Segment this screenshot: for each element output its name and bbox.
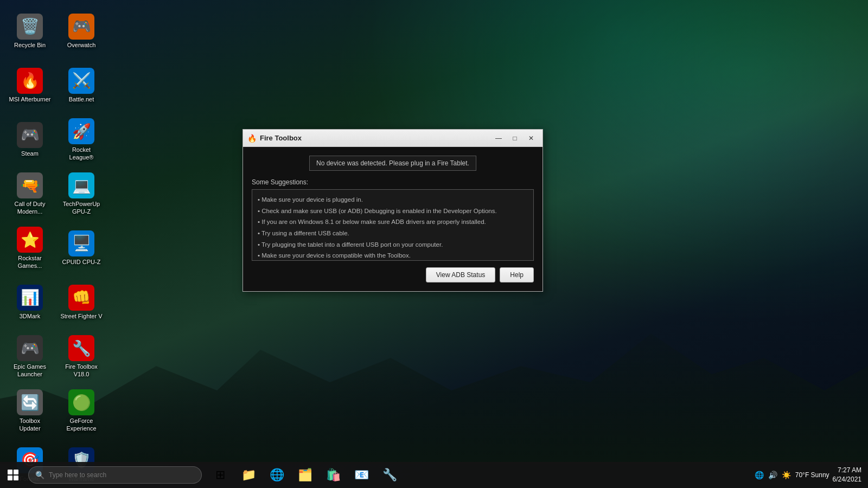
toolbox-updater-label: Toolbox Updater bbox=[9, 418, 51, 432]
network-icon: 🌐 bbox=[755, 471, 764, 479]
suggestions-list: • Make sure your device is plugged in.• … bbox=[258, 194, 528, 261]
suggestion-item: • Check and make sure USB (or ADB) Debug… bbox=[258, 206, 528, 217]
volume-icon: 🔊 bbox=[768, 471, 777, 479]
geforce-icon: 🟢 bbox=[68, 389, 94, 415]
fire-toolbox-window: 🔥 Fire Toolbox — □ ✕ No device was detec… bbox=[242, 129, 543, 292]
window-controls: — □ ✕ bbox=[492, 132, 538, 144]
suggestion-item: • Make sure your device is plugged in. bbox=[258, 194, 528, 206]
weather-icon: ☀️ bbox=[782, 471, 791, 479]
desktop-icon-call-of-duty[interactable]: 🔫 Call of Duty Modern... bbox=[5, 168, 54, 220]
suggestions-label: Some Suggestions: bbox=[252, 178, 534, 186]
desktop-icon-battlenet[interactable]: ⚔️ Battle.net bbox=[57, 60, 106, 111]
toolbox-updater-icon: 🔄 bbox=[17, 389, 43, 415]
rockstar-icon: ⭐ bbox=[17, 227, 43, 253]
clock-date: 6/24/2021 bbox=[833, 475, 861, 484]
recycle-bin-icon: 🗑️ bbox=[17, 14, 43, 40]
window-titlebar: 🔥 Fire Toolbox — □ ✕ bbox=[243, 130, 542, 147]
close-button[interactable]: ✕ bbox=[524, 132, 538, 144]
mountains-bg bbox=[0, 301, 868, 464]
msi-afterburner-icon: 🔥 bbox=[17, 68, 43, 94]
desktop-icons: 🗑️ Recycle Bin 🎮 Overwatch 🔥 MSI Afterbu… bbox=[0, 0, 130, 423]
search-icon: 🔍 bbox=[35, 471, 44, 479]
suggestion-item: • If you are on Windows 8.1 or below mak… bbox=[258, 216, 528, 228]
desktop-icon-overwatch[interactable]: 🎮 Overwatch bbox=[57, 5, 106, 57]
street-fighter-label: Street Fighter V bbox=[60, 313, 102, 320]
suggestions-box[interactable]: • Make sure your device is plugged in.• … bbox=[252, 189, 534, 261]
msi-afterburner-label: MSI Afterburner bbox=[9, 96, 50, 103]
window-title-text: Fire Toolbox bbox=[260, 134, 492, 142]
rockstar-label: Rockstar Games... bbox=[9, 255, 51, 269]
taskbar-right-area: 🌐 🔊 ☀️ 70°F Sunny 7:27 AM 6/24/2021 bbox=[755, 466, 868, 484]
call-of-duty-label: Call of Duty Modern... bbox=[9, 201, 51, 215]
overwatch-icon: 🎮 bbox=[68, 14, 94, 40]
street-fighter-icon: 👊 bbox=[68, 285, 94, 311]
desktop-icon-cpuid[interactable]: 🖥️ CPUID CPU-Z bbox=[57, 222, 106, 274]
maximize-button[interactable]: □ bbox=[508, 132, 522, 144]
search-input[interactable] bbox=[49, 471, 195, 479]
start-button[interactable] bbox=[0, 462, 26, 488]
suggestion-item: • Try plugging the tablet into a differe… bbox=[258, 239, 528, 251]
steam-icon: 🎮 bbox=[17, 122, 43, 148]
cpuid-icon: 🖥️ bbox=[68, 230, 94, 256]
desktop-icon-msi-afterburner[interactable]: 🔥 MSI Afterburner bbox=[5, 60, 54, 111]
taskbar-search-box[interactable]: 🔍 bbox=[28, 466, 202, 484]
rocket-league-icon: 🚀 bbox=[68, 118, 94, 144]
techpowerup-icon: 💻 bbox=[68, 172, 94, 198]
fire-toolbox-label: Fire Toolbox V18.0 bbox=[60, 363, 103, 377]
taskbar-app-icons: ⊞📁🌐🗂️🛍️📧🔧 bbox=[208, 463, 401, 487]
system-tray: 🌐 🔊 ☀️ 70°F Sunny bbox=[755, 471, 829, 479]
taskbar-file-manager[interactable]: 🗂️ bbox=[293, 463, 317, 487]
taskbar-task-view[interactable]: ⊞ bbox=[208, 463, 232, 487]
taskbar-mail[interactable]: 📧 bbox=[349, 463, 373, 487]
rocket-league-label: Rocket League® bbox=[60, 146, 103, 160]
desktop-icon-rocket-league[interactable]: 🚀 Rocket League® bbox=[57, 114, 106, 165]
desktop-icon-steam[interactable]: 🎮 Steam bbox=[5, 114, 54, 165]
desktop-icon-3dmark[interactable]: 📊 3DMark bbox=[5, 277, 54, 328]
battlenet-icon: ⚔️ bbox=[68, 68, 94, 94]
suggestion-item: • Make sure your device is compatible wi… bbox=[258, 250, 528, 261]
desktop: 🗑️ Recycle Bin 🎮 Overwatch 🔥 MSI Afterbu… bbox=[0, 0, 868, 488]
weather-temp: 70°F Sunny bbox=[795, 471, 829, 479]
epic-games-label: Epic Games Launcher bbox=[9, 363, 51, 377]
geforce-label: GeForce Experience bbox=[60, 418, 103, 432]
taskbar: 🔍 ⊞📁🌐🗂️🛍️📧🔧 🌐 🔊 ☀️ 70°F Sunny 7:27 AM 6/… bbox=[0, 462, 868, 488]
epic-games-icon: 🎮 bbox=[17, 335, 43, 361]
call-of-duty-icon: 🔫 bbox=[17, 172, 43, 198]
window-content: No device was detected. Please plug in a… bbox=[243, 147, 542, 291]
view-adb-status-button[interactable]: View ADB Status bbox=[426, 267, 496, 282]
minimize-button[interactable]: — bbox=[492, 132, 506, 144]
cpuid-label: CPUID CPU-Z bbox=[62, 259, 101, 266]
desktop-icon-techpowerup[interactable]: 💻 TechPowerUp GPU-Z bbox=[57, 168, 106, 220]
desktop-icon-street-fighter[interactable]: 👊 Street Fighter V bbox=[57, 277, 106, 328]
taskbar-edge[interactable]: 🌐 bbox=[265, 463, 289, 487]
window-app-icon: 🔥 bbox=[247, 134, 257, 143]
3dmark-label: 3DMark bbox=[20, 313, 41, 320]
overwatch-label: Overwatch bbox=[67, 42, 96, 49]
taskbar-fire-toolbox-task[interactable]: 🔧 bbox=[378, 463, 401, 487]
steam-label: Steam bbox=[21, 150, 39, 157]
suggestion-item: • Try using a different USB cable. bbox=[258, 228, 528, 239]
taskbar-file-explorer[interactable]: 📁 bbox=[237, 463, 260, 487]
desktop-icon-geforce[interactable]: 🟢 GeForce Experience bbox=[57, 385, 106, 436]
windows-logo-icon bbox=[8, 470, 18, 480]
desktop-icon-recycle-bin[interactable]: 🗑️ Recycle Bin bbox=[5, 5, 54, 57]
fire-toolbox-icon: 🔧 bbox=[68, 335, 94, 361]
clock-time: 7:27 AM bbox=[833, 466, 861, 475]
desktop-icon-epic-games[interactable]: 🎮 Epic Games Launcher bbox=[5, 331, 54, 382]
clock-display: 7:27 AM 6/24/2021 bbox=[833, 466, 861, 484]
techpowerup-label: TechPowerUp GPU-Z bbox=[60, 201, 103, 215]
device-status-text: No device was detected. Please plug in a… bbox=[309, 156, 476, 171]
desktop-icon-fire-toolbox[interactable]: 🔧 Fire Toolbox V18.0 bbox=[57, 331, 106, 382]
desktop-icon-toolbox-updater[interactable]: 🔄 Toolbox Updater bbox=[5, 385, 54, 436]
taskbar-store[interactable]: 🛍️ bbox=[321, 463, 345, 487]
3dmark-icon: 📊 bbox=[17, 285, 43, 311]
battlenet-label: Battle.net bbox=[69, 96, 94, 103]
window-buttons: View ADB Status Help bbox=[252, 267, 534, 282]
recycle-bin-label: Recycle Bin bbox=[14, 42, 46, 49]
desktop-icon-rockstar[interactable]: ⭐ Rockstar Games... bbox=[5, 222, 54, 274]
help-button[interactable]: Help bbox=[500, 267, 534, 282]
